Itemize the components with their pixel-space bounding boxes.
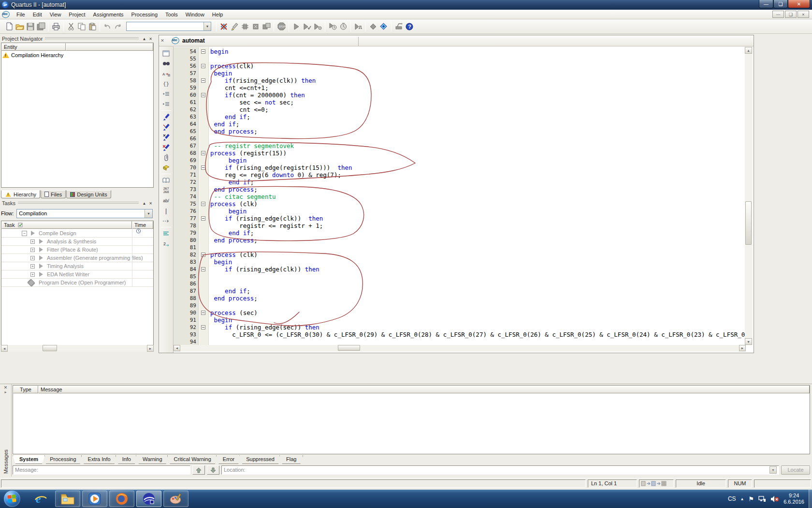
goto-icon[interactable] — [160, 216, 172, 226]
menu-edit[interactable]: Edit — [29, 11, 46, 18]
expand-icon[interactable]: + — [30, 264, 35, 269]
comment-pen-4-icon[interactable] — [160, 142, 172, 152]
stop-button[interactable]: STOP — [276, 21, 287, 32]
customize-editor-icon[interactable] — [160, 48, 172, 59]
timequest-button[interactable] — [327, 21, 338, 32]
message-tab-warning[interactable]: Warning — [136, 455, 169, 464]
bookmark-icon[interactable] — [160, 163, 172, 173]
compilation-hierarchy-item[interactable]: Compilation Hierarchy — [2, 52, 63, 58]
pin-messages-icon[interactable]: ▸ — [4, 390, 6, 394]
code-editor[interactable]: 54begin5556process(clk)57 begin58 if(ris… — [174, 47, 746, 345]
expand-icon[interactable]: + — [30, 248, 35, 252]
increase-indent-icon[interactable] — [160, 89, 172, 99]
fold-collapse-icon[interactable] — [201, 165, 205, 170]
document-tab-automat[interactable]: automat — [182, 37, 205, 44]
collapse-panel-icon[interactable]: ▲ — [141, 36, 147, 42]
task-row-analysis-synthesis[interactable]: +Analysis & Synthesis — [1, 238, 153, 246]
scroll-left-icon[interactable]: ◄ — [174, 345, 180, 351]
tray-expand-icon[interactable]: ▲ — [740, 497, 744, 501]
menu-project[interactable]: Project — [65, 11, 89, 18]
close-panel-icon[interactable]: ✕ — [147, 36, 154, 42]
expand-icon[interactable]: + — [30, 272, 35, 277]
time-column-header[interactable]: Time — [132, 221, 153, 229]
expand-icon[interactable]: + — [30, 239, 35, 244]
language-indicator[interactable]: CS — [728, 495, 736, 502]
fitter-button[interactable] — [312, 21, 323, 32]
message-list[interactable]: Type Message — [13, 385, 810, 454]
taskbar-paint[interactable] — [163, 491, 188, 507]
scroll-thumb[interactable] — [43, 345, 57, 351]
cut-button[interactable] — [66, 21, 76, 32]
editor-horizontal-scrollbar[interactable]: ◄ ► — [174, 345, 746, 352]
scroll-thumb[interactable] — [745, 201, 752, 245]
analysis-synthesis-button[interactable] — [302, 21, 312, 32]
undo-button[interactable] — [102, 21, 113, 32]
collapse-icon[interactable]: − — [22, 231, 27, 236]
fold-collapse-icon[interactable] — [201, 311, 205, 315]
restore-button[interactable]: ❏ — [773, 0, 788, 8]
fold-collapse-icon[interactable] — [201, 216, 205, 221]
next-message-button[interactable] — [207, 465, 219, 475]
navigator-tab-files[interactable]: Files — [41, 190, 66, 198]
panel-grip[interactable] — [18, 202, 139, 205]
show-desktop-button[interactable] — [809, 490, 812, 508]
settings-chip-button[interactable] — [240, 21, 250, 32]
menu-window[interactable]: Window — [182, 11, 208, 18]
assignment-editor-button[interactable] — [229, 21, 240, 32]
collapse-panel-icon[interactable]: ▲ — [141, 200, 147, 206]
redo-2-icon[interactable]: 2 — [160, 239, 172, 249]
line-counter-icon[interactable]: 267268 — [160, 185, 172, 195]
mdi-close-button[interactable]: × — [798, 11, 809, 18]
scroll-down-icon[interactable]: ▼ — [745, 338, 752, 345]
menu-processing[interactable]: Processing — [128, 11, 161, 18]
copy-button[interactable] — [76, 21, 87, 32]
classic-timing-button[interactable] — [338, 21, 348, 32]
simulator-button[interactable] — [353, 21, 363, 32]
message-tab-suppressed[interactable]: Suppressed — [239, 455, 281, 464]
stop-processing-button[interactable] — [218, 21, 229, 32]
taskbar-media-player[interactable] — [82, 491, 107, 507]
fold-collapse-icon[interactable] — [201, 93, 205, 97]
menu-view[interactable]: View — [46, 11, 65, 18]
message-column-header[interactable]: Message — [38, 386, 810, 393]
programmer-button[interactable] — [393, 21, 404, 32]
message-tab-error[interactable]: Error — [216, 455, 241, 464]
menu-assignments[interactable]: Assignments — [89, 11, 128, 18]
message-tab-critical-warning[interactable]: Critical Warning — [167, 455, 218, 464]
task-row-compile-design[interactable]: −Compile Design — [1, 229, 153, 238]
close-messages-icon[interactable]: ✕ — [4, 385, 8, 390]
close-panel-icon[interactable]: ✕ — [147, 200, 154, 206]
editor-vertical-scrollbar[interactable]: ▲ ▼ — [745, 47, 753, 345]
close-document-icon[interactable]: ✕ — [159, 38, 166, 43]
task-table[interactable]: Task Time −Compile Design+Analysis & Syn… — [1, 221, 154, 349]
mdi-restore-button[interactable]: ❏ — [785, 11, 797, 18]
attach-icon[interactable] — [160, 152, 172, 163]
taskbar-windows-explorer[interactable] — [55, 491, 80, 507]
start-button[interactable] — [4, 491, 20, 507]
save-all-button[interactable] — [36, 21, 46, 32]
redo-button[interactable] — [113, 21, 123, 32]
flow-select[interactable]: Compilation ▼ — [16, 209, 153, 218]
volume-muted-icon[interactable] — [770, 495, 779, 503]
network-icon[interactable] — [758, 495, 766, 502]
rtl-viewer-button[interactable] — [378, 21, 389, 32]
message-tab-extra-info[interactable]: Extra Info — [81, 455, 117, 464]
fold-collapse-icon[interactable] — [201, 64, 205, 68]
taskbar-internet-explorer[interactable]: e — [28, 491, 53, 507]
panel-grip[interactable] — [45, 37, 139, 40]
type-column-header[interactable]: Type — [13, 386, 38, 393]
chevron-down-icon[interactable]: ▼ — [145, 209, 152, 218]
task-row-fitter-place-route[interactable]: +Fitter (Place & Route) — [1, 246, 153, 254]
paste-button[interactable] — [87, 21, 98, 32]
menu-tools[interactable]: Tools — [161, 11, 182, 18]
message-tab-system[interactable]: System — [13, 455, 45, 464]
taskbar-quartus[interactable] — [136, 491, 161, 507]
previous-message-button[interactable] — [192, 465, 205, 475]
task-row-assembler-generate-programming-files[interactable]: +Assembler (Generate programming files) — [1, 254, 153, 262]
menu-help[interactable]: Help — [208, 11, 227, 18]
mdi-minimize-button[interactable]: — — [772, 11, 784, 18]
decrease-indent-icon[interactable] — [160, 99, 172, 109]
scroll-left-icon[interactable]: ◄ — [1, 345, 8, 352]
timing-chip-button[interactable] — [261, 21, 272, 32]
fold-collapse-icon[interactable] — [201, 78, 205, 83]
